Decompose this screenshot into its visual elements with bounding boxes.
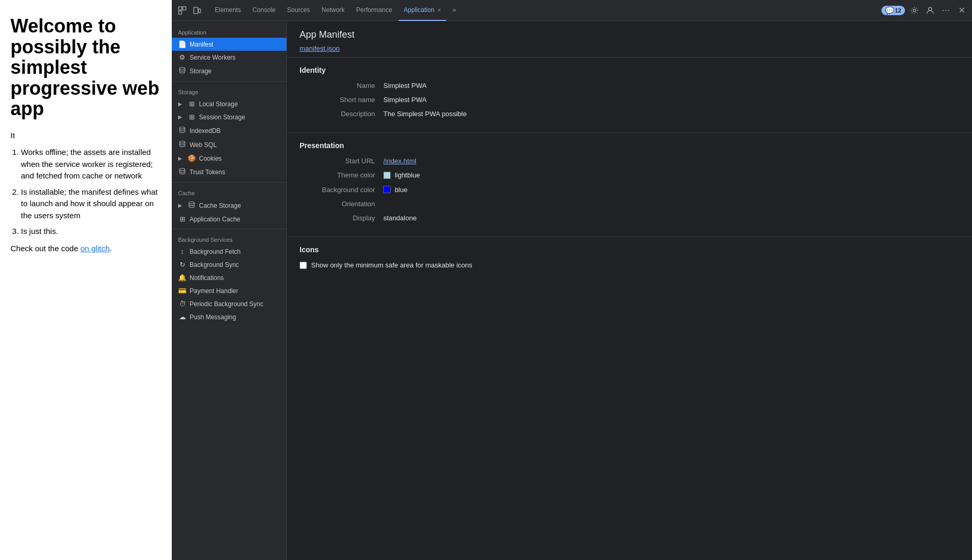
svg-rect-4 (198, 9, 201, 13)
sidebar-item-storage-top[interactable]: Storage (172, 64, 286, 78)
chat-icon: 💬 (885, 6, 894, 15)
svg-rect-3 (194, 7, 198, 14)
sidebar-item-notifications[interactable]: 🔔 Notifications (172, 271, 286, 284)
fetch-icon: ↕ (178, 248, 186, 255)
sidebar-item-application-cache[interactable]: ⊞ Application Cache (172, 212, 286, 226)
sidebar-item-manifest[interactable]: 📄 Manifest (172, 38, 286, 51)
sidebar-item-web-sql[interactable]: Web SQL (172, 138, 286, 152)
sidebar-item-session-storage[interactable]: ▶ ⊞ Session Storage (172, 110, 286, 124)
sidebar-section-cache: Cache (172, 186, 286, 198)
prop-name-label: Name (300, 82, 383, 89)
tab-console[interactable]: Console (247, 0, 281, 21)
prop-display-label: Display (300, 214, 383, 222)
bell-icon: 🔔 (178, 274, 186, 282)
tab-application[interactable]: Application × (399, 0, 446, 21)
presentation-section: Presentation Start URL /index.html Theme… (287, 133, 972, 237)
sidebar: Application 📄 Manifest ⚙ Service Workers… (172, 21, 287, 560)
page-heading: Welcome to possibly the simplest progres… (10, 16, 161, 119)
sidebar-item-push-messaging[interactable]: ☁ Push Messaging (172, 310, 286, 323)
sidebar-item-payment-handler[interactable]: 💳 Payment Handler (172, 284, 286, 297)
prop-bg-color-value: blue (383, 186, 959, 194)
svg-rect-2 (183, 7, 186, 10)
identity-section: Identity Name Simplest PWA Short name Si… (287, 58, 972, 133)
sidebar-item-trust-tokens[interactable]: Trust Tokens (172, 165, 286, 179)
notifications-badge[interactable]: 💬 12 (881, 6, 905, 15)
sidebar-item-cookies[interactable]: ▶ 🍪 Cookies (172, 152, 286, 165)
tab-more[interactable]: » (447, 0, 461, 21)
tab-performance[interactable]: Performance (351, 0, 397, 21)
settings-icon[interactable] (908, 4, 921, 17)
sidebar-item-cache-storage[interactable]: ▶ Cache Storage (172, 198, 286, 212)
prop-start-url-label: Start URL (300, 157, 383, 165)
grid-icon: ⊞ (187, 100, 196, 108)
prop-start-url-value[interactable]: /index.html (383, 157, 959, 165)
bg-color-swatch[interactable] (383, 186, 391, 193)
cookie-icon: 🍪 (187, 154, 196, 162)
inspect-icon[interactable] (176, 4, 189, 17)
list-item: Is installable; the manifest defines wha… (21, 186, 161, 222)
glitch-link[interactable]: on glitch (80, 244, 109, 253)
tab-elements[interactable]: Elements (209, 0, 246, 21)
prop-description-value: The Simplest PWA possible (383, 110, 959, 118)
close-icon[interactable]: ✕ (955, 4, 968, 17)
more-icon[interactable]: ⋯ (940, 4, 952, 17)
list-item: Works offline; the assets are installed … (21, 147, 161, 182)
sidebar-divider-2 (172, 182, 286, 183)
page-content: Welcome to possibly the simplest progres… (0, 0, 172, 560)
arrow-icon: ▶ (178, 114, 184, 120)
presentation-heading: Presentation (300, 141, 959, 150)
page-footer: Check out the code on glitch. (10, 243, 161, 255)
prop-description-label: Description (300, 110, 383, 118)
prop-theme-color-value: lightblue (383, 171, 959, 180)
device-icon[interactable] (191, 4, 203, 17)
payment-icon: 💳 (178, 287, 186, 295)
prop-theme-color: Theme color lightblue (300, 171, 959, 180)
db2-icon (178, 126, 186, 135)
cloud-icon: ☁ (178, 313, 186, 321)
svg-point-7 (180, 68, 185, 70)
maskable-icons-label: Show only the minimum safe area for mask… (311, 261, 472, 269)
sidebar-divider-3 (172, 229, 286, 229)
prop-display: Display standalone (300, 214, 959, 222)
prop-short-name: Short name Simplest PWA (300, 96, 959, 104)
prop-display-value: standalone (383, 214, 959, 222)
sidebar-item-indexeddb[interactable]: IndexedDB (172, 124, 286, 138)
maskable-icons-row: Show only the minimum safe area for mask… (300, 261, 959, 269)
prop-short-name-value: Simplest PWA (383, 96, 959, 104)
prop-orientation: Orientation (300, 200, 959, 208)
svg-point-5 (913, 9, 916, 12)
svg-rect-1 (179, 11, 182, 14)
gear-icon: ⚙ (178, 53, 186, 61)
prop-bg-color: Background color blue (300, 186, 959, 194)
manifest-json-link[interactable]: manifest.json (300, 44, 340, 52)
prop-name-value: Simplest PWA (383, 82, 959, 89)
sidebar-item-bg-sync[interactable]: ↻ Background Sync (172, 258, 286, 271)
prop-description: Description The Simplest PWA possible (300, 110, 959, 118)
tab-close-icon[interactable]: × (438, 7, 441, 13)
prop-name: Name Simplest PWA (300, 82, 959, 89)
tab-network[interactable]: Network (316, 0, 350, 21)
manifest-title: App Manifest (300, 29, 959, 40)
prop-bg-color-label: Background color (300, 186, 383, 194)
tab-bar: Elements Console Sources Network Perform… (172, 0, 972, 21)
tab-sources[interactable]: Sources (282, 0, 315, 21)
user-icon[interactable] (924, 4, 936, 17)
prop-start-url: Start URL /index.html (300, 157, 959, 165)
manifest-icon: 📄 (178, 40, 186, 48)
svg-point-6 (929, 7, 932, 10)
devtools-body: Application 📄 Manifest ⚙ Service Workers… (172, 21, 972, 560)
sidebar-item-service-workers[interactable]: ⚙ Service Workers (172, 51, 286, 64)
identity-heading: Identity (300, 66, 959, 74)
main-content: App Manifest manifest.json Identity Name… (287, 21, 972, 560)
maskable-icons-checkbox[interactable] (300, 262, 307, 269)
arrow-icon: ▶ (178, 155, 184, 161)
list-item: Is just this. (21, 226, 161, 238)
sidebar-item-periodic-sync[interactable]: ⏱ Periodic Background Sync (172, 297, 286, 310)
arrow-icon: ▶ (178, 101, 184, 107)
prop-orientation-label: Orientation (300, 200, 383, 208)
sidebar-item-local-storage[interactable]: ▶ ⊞ Local Storage (172, 97, 286, 110)
page-intro: It (10, 130, 161, 142)
sidebar-item-bg-fetch[interactable]: ↕ Background Fetch (172, 245, 286, 258)
theme-color-swatch[interactable] (383, 172, 391, 179)
svg-point-8 (180, 127, 185, 129)
